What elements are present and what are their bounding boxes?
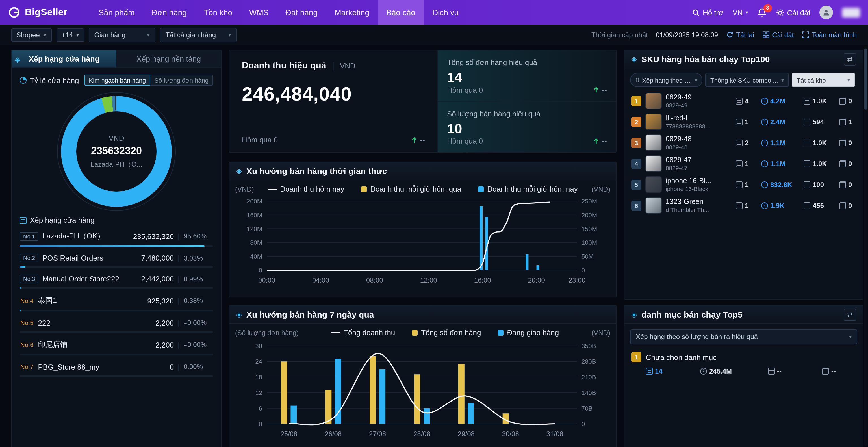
store-rank-row[interactable]: No.52222,200|≈0.00% <box>20 318 213 333</box>
stock-icon <box>804 118 810 125</box>
store-rank-row[interactable]: No.4泰国1925,320|0.38% <box>20 295 213 311</box>
sku-row[interactable]: 40829-470829-471₫1.1M1.0K0 <box>624 153 863 174</box>
help-link[interactable]: Hỗ trợ <box>691 8 723 17</box>
panel-diamond-icon: ◈ <box>236 167 242 174</box>
sku-returns: 1 <box>839 118 856 126</box>
progress-track <box>20 331 213 333</box>
legend-label: Doanh thu hôm nay <box>280 185 344 193</box>
week-chart-panel: ◈ Xu hướng bán hàng 7 ngày qua (Số lượng… <box>229 305 617 447</box>
tab-store-ranking[interactable]: Xếp hạng cửa hàng <box>12 50 116 67</box>
sku-row[interactable]: 10829-490829-494₫4.2M1.0K0 <box>624 90 863 111</box>
realtime-chart-panel: ◈ Xu hướng bán hàng thời gian thực (VND)… <box>229 162 617 297</box>
svg-text:00:00: 00:00 <box>258 276 275 284</box>
legend-items: Doanh thu hôm nay Doanh thu mỗi giờ hôm … <box>258 185 587 193</box>
week-chart[interactable]: 30350B24280B18210B12140B670B0025/0826/08… <box>235 339 611 446</box>
sku-row[interactable]: 5iphone 16-Bl...iphone 16-Black1₫832.8K1… <box>624 174 863 195</box>
arrow-up-icon <box>411 136 418 143</box>
revenue-currency: VND <box>340 61 355 70</box>
category-orders: 14 <box>646 367 700 375</box>
orders-value: 14 <box>655 367 662 375</box>
sku-stock: 1.0K <box>804 160 835 167</box>
legend-total-orders[interactable]: Tổng số đơn hàng <box>412 328 481 337</box>
nav-services[interactable]: Dịch vụ <box>424 0 467 25</box>
sku-orders: 1 <box>736 181 757 188</box>
sku-sort-select[interactable]: ⇅ Xếp hạng theo do... ▾ <box>630 73 703 87</box>
fullscreen-label: Toàn màn hình <box>812 31 857 39</box>
store-rank-row[interactable]: No.7PBG_Store 88_my0|0.00% <box>20 362 213 377</box>
svg-text:0: 0 <box>258 420 262 427</box>
nav-marketing[interactable]: Marketing <box>326 0 378 25</box>
arrow-up-icon <box>593 138 600 145</box>
vertical-scrollbar[interactable] <box>864 46 867 446</box>
legend-shipping[interactable]: Đang giao hàng <box>498 328 559 337</box>
yesterday-label: Hôm qua 0 <box>447 137 483 145</box>
category-row[interactable]: 1 Chưa chọn danh mục <box>624 344 863 362</box>
realtime-chart[interactable]: 200M250M160M200M120M150M80M100M40M50M000… <box>235 195 611 292</box>
more-platforms-chip[interactable]: +14 ▾ <box>57 28 84 41</box>
nav-products[interactable]: Sản phẩm <box>90 0 143 25</box>
coin-icon: ₫ <box>761 181 768 188</box>
store-rank-row[interactable]: No.1Lazada-PH（OK）235,632,320|95.60% <box>20 231 213 247</box>
notifications-button[interactable]: 3 <box>757 8 767 17</box>
platform-tag-shopee[interactable]: Shopee × <box>11 28 52 41</box>
toggle-revenue[interactable]: Kim ngạch bán hàng <box>85 74 151 86</box>
nav-reports[interactable]: Báo cáo <box>378 0 424 25</box>
nav-purchase[interactable]: Đặt hàng <box>277 0 327 25</box>
rank-badge: 6 <box>631 200 641 211</box>
swap-view-button[interactable]: ⇄ <box>844 308 856 321</box>
tab-platform-ranking[interactable]: Xếp hạng nền tảng <box>116 50 221 67</box>
chevron-down-icon: ▾ <box>781 77 784 83</box>
swap-view-button[interactable]: ⇄ <box>844 53 856 65</box>
panel-decor-diamond-icon: ◈ <box>15 55 20 64</box>
store-type-select[interactable]: Gian hàng ▾ <box>88 27 155 42</box>
store-rank-row[interactable]: No.6印尼店铺2,200|≈0.00% <box>20 340 213 355</box>
legend-revenue-today[interactable]: Doanh thu hôm nay <box>268 185 344 193</box>
revenue-kpi-header: Doanh thu hiệu quả | VND <box>242 61 425 71</box>
warehouse-value: Tất cả kho <box>797 76 826 83</box>
store-scope-select[interactable]: Tất cả gian hàng ▾ <box>160 27 237 42</box>
platform-tag-label: Shopee <box>17 31 40 39</box>
sku-name: 1323-Green <box>666 198 732 206</box>
orders-icon <box>736 181 743 188</box>
week-legend: (Số lượng đơn hàng) Tổng doanh thu Tổng … <box>229 324 616 338</box>
legend-total-revenue[interactable]: Tổng doanh thu <box>331 328 395 337</box>
sku-row[interactable]: 61323-Greend Thumbler Th...1₫1.9K4560 <box>624 195 863 216</box>
filter-toolbar: Shopee × +14 ▾ Gian hàng ▾ Tất cả gian h… <box>0 25 868 45</box>
brand[interactable]: BigSeller <box>8 6 67 19</box>
more-platforms-count: +14 <box>62 31 73 39</box>
language-select[interactable]: VN ▾ <box>733 8 748 17</box>
brand-name: BigSeller <box>25 7 67 18</box>
stock-icon <box>804 181 810 188</box>
store-row-line: No.1Lazada-PH（OK）235,632,320|95.60% <box>20 231 213 241</box>
sku-row[interactable]: 2Ill-red-L778888888888...1₫2.4M5941 <box>624 111 863 132</box>
legend-hourly-today[interactable]: Doanh thu mỗi giờ hôm nay <box>478 185 578 193</box>
store-share-donut-chart[interactable]: VND 235632320 Lazada-PH（O... <box>61 96 172 207</box>
quantity-delta: -- <box>593 137 607 145</box>
store-rank-row[interactable]: No.3Manual Order Store2222,442,000|0.99% <box>20 275 213 289</box>
sku-combo-select[interactable]: Thống kê SKU combo ... ▾ <box>705 73 789 87</box>
user-avatar[interactable] <box>819 6 833 19</box>
sku-list: 10829-490829-494₫4.2M1.0K02Ill-red-L7788… <box>624 90 863 216</box>
warehouse-select[interactable]: Tất cả kho ▾ <box>792 73 855 87</box>
legend-hourly-yesterday[interactable]: Doanh thu mỗi giờ hôm qua <box>361 185 461 193</box>
product-thumbnail <box>645 134 662 151</box>
svg-text:40M: 40M <box>250 253 262 260</box>
scrollbar-thumb[interactable] <box>864 49 867 109</box>
reload-button[interactable]: Tải lại <box>726 31 754 39</box>
sku-row[interactable]: 30829-480829-482₫1.1M1.0K0 <box>624 132 863 153</box>
nav-orders[interactable]: Đơn hàng <box>143 0 195 25</box>
sku-revenue: ₫1.9K <box>761 201 800 210</box>
nav-wms[interactable]: WMS <box>241 0 277 25</box>
fullscreen-button[interactable]: Toàn màn hình <box>802 31 857 39</box>
settings-label: Cài đặt <box>787 8 810 17</box>
reload-label: Tải lại <box>736 31 754 39</box>
dashboard-settings-button[interactable]: Cài đặt <box>762 31 794 39</box>
store-rank-row[interactable]: No.2POS Retail Orders7,480,000|3.03% <box>20 254 213 268</box>
remove-tag-icon[interactable]: × <box>43 31 47 38</box>
nav-inventory[interactable]: Tồn kho <box>195 0 241 25</box>
settings-link[interactable]: Cài đặt <box>776 8 810 17</box>
revenue-kpi-title: Doanh thu hiệu quả <box>242 61 327 71</box>
store-row-line: No.3Manual Order Store2222,442,000|0.99% <box>20 275 213 283</box>
toggle-orders[interactable]: Số lượng đơn hàng <box>150 74 213 86</box>
category-sort-select[interactable]: Xếp hạng theo số lượng bán ra hiệu quả ▾ <box>630 329 857 344</box>
